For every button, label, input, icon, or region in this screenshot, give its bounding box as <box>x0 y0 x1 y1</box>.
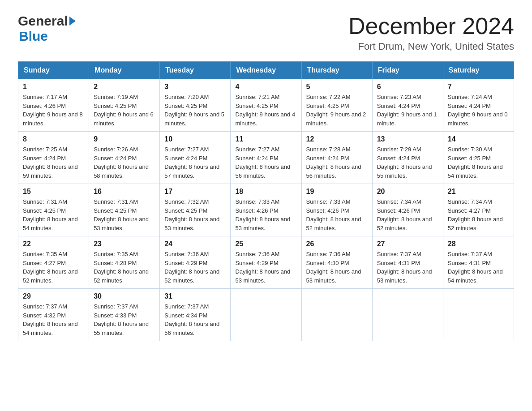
header-cell-saturday: Saturday <box>443 62 514 79</box>
day-info: Sunrise: 7:36 AMSunset: 4:29 PMDaylight:… <box>235 250 296 285</box>
day-info: Sunrise: 7:31 AMSunset: 4:25 PMDaylight:… <box>94 197 155 232</box>
header-cell-sunday: Sunday <box>18 62 89 79</box>
day-number: 20 <box>377 188 438 196</box>
day-number: 17 <box>164 188 226 196</box>
calendar-cell: 11Sunrise: 7:27 AMSunset: 4:24 PMDayligh… <box>231 132 301 184</box>
calendar-row-2: 8Sunrise: 7:25 AMSunset: 4:24 PMDaylight… <box>18 132 514 184</box>
day-number: 16 <box>94 188 155 196</box>
day-info: Sunrise: 7:33 AMSunset: 4:26 PMDaylight:… <box>306 197 368 232</box>
day-info: Sunrise: 7:33 AMSunset: 4:26 PMDaylight:… <box>235 197 296 232</box>
day-number: 14 <box>448 135 509 143</box>
calendar-cell: 27Sunrise: 7:37 AMSunset: 4:31 PMDayligh… <box>372 236 443 289</box>
day-info: Sunrise: 7:25 AMSunset: 4:24 PMDaylight:… <box>23 145 84 180</box>
day-number: 30 <box>94 292 155 300</box>
calendar-cell <box>372 289 443 341</box>
calendar-row-1: 1Sunrise: 7:17 AMSunset: 4:26 PMDaylight… <box>18 79 514 132</box>
day-number: 10 <box>164 135 226 143</box>
calendar-cell: 2Sunrise: 7:19 AMSunset: 4:25 PMDaylight… <box>89 79 160 132</box>
calendar-body: 1Sunrise: 7:17 AMSunset: 4:26 PMDaylight… <box>18 79 514 341</box>
day-info: Sunrise: 7:35 AMSunset: 4:28 PMDaylight:… <box>94 250 155 285</box>
day-number: 18 <box>235 188 296 196</box>
calendar-cell: 9Sunrise: 7:26 AMSunset: 4:24 PMDaylight… <box>89 132 160 184</box>
day-info: Sunrise: 7:29 AMSunset: 4:24 PMDaylight:… <box>377 145 438 180</box>
calendar-cell: 28Sunrise: 7:37 AMSunset: 4:31 PMDayligh… <box>443 236 514 289</box>
calendar-cell: 7Sunrise: 7:24 AMSunset: 4:24 PMDaylight… <box>443 79 514 132</box>
day-number: 6 <box>377 83 438 91</box>
calendar-cell: 12Sunrise: 7:28 AMSunset: 4:24 PMDayligh… <box>301 132 372 184</box>
calendar-row-3: 15Sunrise: 7:31 AMSunset: 4:25 PMDayligh… <box>18 184 514 236</box>
day-number: 27 <box>377 240 438 248</box>
calendar-cell: 22Sunrise: 7:35 AMSunset: 4:27 PMDayligh… <box>18 236 89 289</box>
day-info: Sunrise: 7:34 AMSunset: 4:27 PMDaylight:… <box>448 197 509 232</box>
calendar-cell <box>443 289 514 341</box>
day-info: Sunrise: 7:26 AMSunset: 4:24 PMDaylight:… <box>94 145 155 180</box>
location-title: Fort Drum, New York, United States <box>348 41 514 52</box>
calendar-cell: 1Sunrise: 7:17 AMSunset: 4:26 PMDaylight… <box>18 79 89 132</box>
header-cell-wednesday: Wednesday <box>231 62 301 79</box>
day-number: 21 <box>448 188 509 196</box>
title-block: December 2024 Fort Drum, New York, Unite… <box>348 13 514 52</box>
calendar-cell: 5Sunrise: 7:22 AMSunset: 4:25 PMDaylight… <box>301 79 372 132</box>
day-info: Sunrise: 7:37 AMSunset: 4:32 PMDaylight:… <box>23 302 84 337</box>
day-number: 23 <box>94 240 155 248</box>
logo: General Blue <box>18 13 77 44</box>
day-info: Sunrise: 7:28 AMSunset: 4:24 PMDaylight:… <box>306 145 368 180</box>
calendar-cell <box>301 289 372 341</box>
day-number: 28 <box>448 240 509 248</box>
page-header: General Blue December 2024 Fort Drum, Ne… <box>18 13 514 52</box>
calendar-cell: 25Sunrise: 7:36 AMSunset: 4:29 PMDayligh… <box>231 236 301 289</box>
calendar-cell: 30Sunrise: 7:37 AMSunset: 4:33 PMDayligh… <box>89 289 160 341</box>
day-number: 13 <box>377 135 438 143</box>
logo-general-text: General <box>18 13 68 29</box>
calendar-cell <box>231 289 301 341</box>
day-number: 15 <box>23 188 84 196</box>
calendar-cell: 31Sunrise: 7:37 AMSunset: 4:34 PMDayligh… <box>160 289 231 341</box>
day-number: 25 <box>235 240 296 248</box>
day-number: 31 <box>164 292 226 300</box>
header-cell-friday: Friday <box>372 62 443 79</box>
day-info: Sunrise: 7:37 AMSunset: 4:31 PMDaylight:… <box>377 250 438 285</box>
calendar-cell: 18Sunrise: 7:33 AMSunset: 4:26 PMDayligh… <box>231 184 301 236</box>
day-number: 12 <box>306 135 368 143</box>
calendar-cell: 13Sunrise: 7:29 AMSunset: 4:24 PMDayligh… <box>372 132 443 184</box>
month-title: December 2024 <box>348 13 514 39</box>
calendar-cell: 24Sunrise: 7:36 AMSunset: 4:29 PMDayligh… <box>160 236 231 289</box>
header-cell-tuesday: Tuesday <box>160 62 231 79</box>
day-number: 3 <box>164 83 226 91</box>
day-info: Sunrise: 7:37 AMSunset: 4:31 PMDaylight:… <box>448 250 509 285</box>
day-info: Sunrise: 7:30 AMSunset: 4:25 PMDaylight:… <box>448 145 509 180</box>
calendar-cell: 8Sunrise: 7:25 AMSunset: 4:24 PMDaylight… <box>18 132 89 184</box>
day-info: Sunrise: 7:36 AMSunset: 4:30 PMDaylight:… <box>306 250 368 285</box>
calendar-cell: 21Sunrise: 7:34 AMSunset: 4:27 PMDayligh… <box>443 184 514 236</box>
header-cell-monday: Monday <box>89 62 160 79</box>
calendar-cell: 29Sunrise: 7:37 AMSunset: 4:32 PMDayligh… <box>18 289 89 341</box>
day-info: Sunrise: 7:19 AMSunset: 4:25 PMDaylight:… <box>94 93 155 128</box>
logo-blue-text: Blue <box>19 29 48 43</box>
header-cell-thursday: Thursday <box>301 62 372 79</box>
day-info: Sunrise: 7:37 AMSunset: 4:34 PMDaylight:… <box>164 302 226 337</box>
day-number: 22 <box>23 240 84 248</box>
day-info: Sunrise: 7:37 AMSunset: 4:33 PMDaylight:… <box>94 302 155 337</box>
day-number: 5 <box>306 83 368 91</box>
day-info: Sunrise: 7:27 AMSunset: 4:24 PMDaylight:… <box>164 145 226 180</box>
calendar-cell: 15Sunrise: 7:31 AMSunset: 4:25 PMDayligh… <box>18 184 89 236</box>
calendar-cell: 14Sunrise: 7:30 AMSunset: 4:25 PMDayligh… <box>443 132 514 184</box>
day-number: 19 <box>306 188 368 196</box>
calendar-cell: 19Sunrise: 7:33 AMSunset: 4:26 PMDayligh… <box>301 184 372 236</box>
calendar-cell: 17Sunrise: 7:32 AMSunset: 4:25 PMDayligh… <box>160 184 231 236</box>
calendar-cell: 23Sunrise: 7:35 AMSunset: 4:28 PMDayligh… <box>89 236 160 289</box>
day-info: Sunrise: 7:21 AMSunset: 4:25 PMDaylight:… <box>235 93 296 128</box>
calendar-header: SundayMondayTuesdayWednesdayThursdayFrid… <box>18 62 514 79</box>
calendar-cell: 6Sunrise: 7:23 AMSunset: 4:24 PMDaylight… <box>372 79 443 132</box>
day-info: Sunrise: 7:35 AMSunset: 4:27 PMDaylight:… <box>23 250 84 285</box>
day-info: Sunrise: 7:23 AMSunset: 4:24 PMDaylight:… <box>377 93 438 128</box>
calendar-cell: 26Sunrise: 7:36 AMSunset: 4:30 PMDayligh… <box>301 236 372 289</box>
day-number: 1 <box>23 83 84 91</box>
day-number: 29 <box>23 292 84 300</box>
calendar-table: SundayMondayTuesdayWednesdayThursdayFrid… <box>18 61 514 341</box>
calendar-row-4: 22Sunrise: 7:35 AMSunset: 4:27 PMDayligh… <box>18 236 514 289</box>
day-info: Sunrise: 7:22 AMSunset: 4:25 PMDaylight:… <box>306 93 368 128</box>
day-number: 26 <box>306 240 368 248</box>
day-info: Sunrise: 7:32 AMSunset: 4:25 PMDaylight:… <box>164 197 226 232</box>
day-info: Sunrise: 7:36 AMSunset: 4:29 PMDaylight:… <box>164 250 226 285</box>
